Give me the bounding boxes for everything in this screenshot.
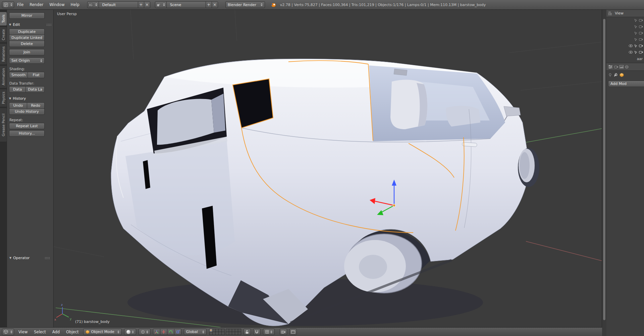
selectable-cursor-icon[interactable] (634, 32, 638, 35)
viewport-editor-type-selector[interactable] (2, 329, 14, 335)
outliner-row[interactable]: aar (606, 55, 644, 62)
layer-15[interactable] (221, 332, 225, 335)
opengl-render-still-button[interactable] (280, 329, 287, 335)
tool-shelf-tabs: Tools Create Relations Animation Physics… (0, 10, 7, 327)
add-scene-button[interactable]: + (206, 1, 212, 8)
undo-button[interactable]: Undo (9, 102, 27, 109)
pin-icon[interactable] (608, 73, 612, 77)
object-menu[interactable]: Object (64, 330, 80, 334)
outliner-row-visible[interactable] (606, 43, 644, 49)
history-panel-header[interactable]: History (9, 96, 53, 101)
close-layout-button[interactable]: × (144, 1, 150, 8)
screen-layout-browse-button[interactable] (87, 1, 99, 8)
render-camera-icon[interactable] (639, 19, 643, 22)
mirror-button[interactable]: Mirror (9, 12, 45, 19)
manipulator-toggle[interactable] (153, 329, 160, 335)
outliner-row[interactable] (606, 30, 644, 36)
transform-orientation-selector[interactable]: Global (184, 329, 207, 335)
menu-help[interactable]: Help (68, 2, 83, 7)
object-tab-icon[interactable] (620, 73, 624, 77)
selectable-cursor-icon[interactable] (634, 25, 638, 29)
outliner-row[interactable] (606, 17, 644, 23)
selectable-cursor-icon[interactable] (634, 19, 638, 22)
render-camera-icon[interactable] (639, 51, 643, 54)
tab-animation[interactable]: Animation (0, 66, 7, 88)
render-engine-select[interactable]: Blender Render (225, 1, 265, 8)
duplicate-linked-button[interactable]: Duplicate Linked (9, 35, 45, 41)
scene-field[interactable]: Scene (166, 1, 206, 8)
duplicate-button[interactable]: Duplicate (9, 29, 45, 35)
shade-smooth-button[interactable]: Smooth (9, 72, 28, 78)
visibility-eye-icon[interactable] (629, 44, 633, 47)
history-list-button[interactable]: History... (9, 130, 45, 137)
snap-toggle[interactable] (253, 329, 261, 335)
lock-to-scene-toggle[interactable] (244, 329, 251, 335)
layer-20[interactable] (238, 332, 241, 335)
undo-history-button[interactable]: Undo History (9, 108, 45, 115)
view-menu[interactable]: View (16, 330, 30, 334)
rotate-manipulator-toggle[interactable] (167, 329, 174, 335)
car-model-barstow-body[interactable] (111, 59, 539, 326)
render-camera-icon[interactable] (639, 38, 643, 41)
join-button[interactable]: Join (9, 49, 45, 55)
properties-editor-icon[interactable] (608, 65, 613, 69)
render-engine-value: Blender Render (228, 3, 256, 7)
3d-viewport[interactable]: x y z User Persp (71) barstow_body (54, 10, 602, 327)
outliner-row-visible[interactable] (606, 49, 644, 55)
visibility-eye-icon[interactable] (629, 51, 633, 54)
render-tab-icon[interactable] (614, 65, 618, 68)
scene-browse-button[interactable] (155, 1, 167, 8)
render-camera-icon[interactable] (639, 44, 643, 47)
snap-element-selector[interactable] (263, 329, 275, 335)
viewport-canvas[interactable]: x y z (54, 10, 602, 327)
selectable-cursor-icon[interactable] (634, 44, 638, 48)
render-camera-icon[interactable] (639, 25, 643, 28)
select-menu[interactable]: Select (32, 330, 48, 334)
selectable-cursor-icon[interactable] (634, 38, 638, 41)
scrollbar-thumb[interactable] (603, 18, 606, 321)
delete-button[interactable]: Delete (9, 41, 45, 47)
properties-scrollbar[interactable] (602, 10, 606, 336)
menu-render[interactable]: Render (26, 2, 46, 7)
outliner-row[interactable] (606, 23, 644, 30)
tab-tools[interactable]: Tools (0, 12, 7, 26)
tab-relations[interactable]: Relations (0, 44, 7, 64)
screen-layout-field[interactable]: Default (99, 1, 138, 8)
tab-create[interactable]: Create (0, 27, 7, 42)
operator-panel-header[interactable]: Operator (9, 256, 52, 260)
editor-type-selector[interactable] (2, 1, 14, 8)
mode-selector[interactable]: Object Mode (83, 329, 122, 335)
menu-window[interactable]: Window (46, 2, 67, 7)
tab-grease-pencil[interactable]: Grease Pencil (0, 108, 7, 142)
add-menu[interactable]: Add (50, 330, 62, 334)
redo-button[interactable]: Redo (27, 102, 45, 109)
duplicate-group: Duplicate Duplicate Linked Delete (9, 29, 53, 47)
render-layers-tab-icon[interactable] (620, 65, 624, 68)
render-camera-icon[interactable] (639, 32, 643, 35)
shade-flat-button[interactable]: Flat (28, 72, 45, 78)
set-origin-select[interactable]: Set Origin (9, 57, 45, 64)
panel-grip-icon[interactable] (45, 257, 50, 259)
pivot-point-selector[interactable] (139, 329, 151, 335)
outliner-row[interactable] (606, 36, 644, 43)
scene-tab-icon[interactable] (625, 65, 629, 69)
selectable-cursor-icon[interactable] (634, 51, 638, 54)
outliner-editor-icon[interactable] (608, 11, 613, 15)
menu-file[interactable]: File (14, 2, 26, 7)
panel-grip-icon[interactable] (46, 23, 51, 26)
outliner-view-menu[interactable]: View (615, 11, 624, 15)
transfer-data-layout-button[interactable]: Data La (25, 86, 45, 93)
modifier-wrench-icon[interactable] (613, 73, 618, 77)
add-modifier-dropdown[interactable]: Add Mod (608, 81, 644, 87)
scale-icon (176, 330, 180, 334)
add-layout-button[interactable]: + (138, 1, 144, 8)
translate-manipulator-toggle[interactable] (160, 329, 167, 335)
transfer-data-button[interactable]: Data (9, 86, 26, 93)
repeat-last-button[interactable]: Repeat Last (9, 123, 45, 129)
tab-physics[interactable]: Physics (0, 89, 7, 107)
edit-panel-header[interactable]: Edit (9, 22, 53, 27)
viewport-shading-selector[interactable] (124, 329, 136, 335)
scale-manipulator-toggle[interactable] (174, 329, 181, 335)
opengl-render-anim-button[interactable] (289, 329, 297, 335)
close-scene-button[interactable]: × (212, 1, 218, 8)
